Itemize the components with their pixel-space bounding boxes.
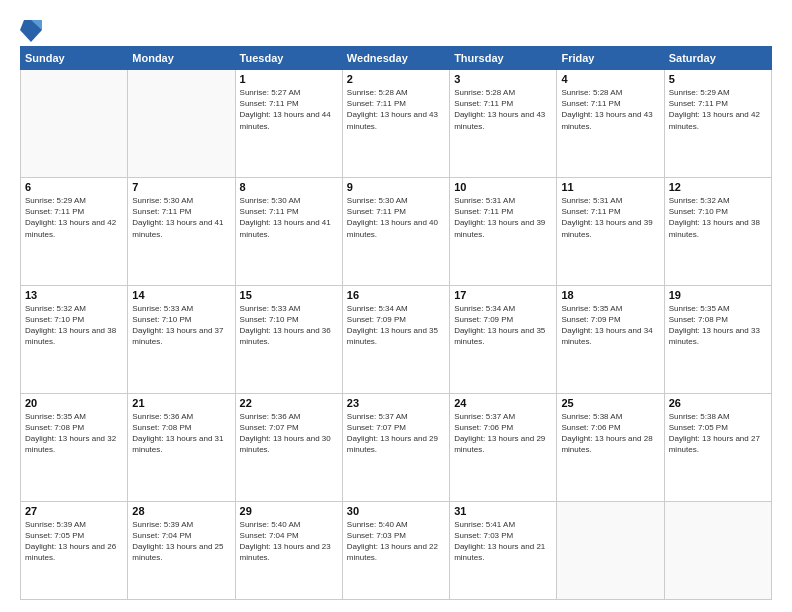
day-info: Sunrise: 5:34 AMSunset: 7:09 PMDaylight:… — [454, 303, 552, 348]
calendar-cell — [21, 70, 128, 178]
day-number: 4 — [561, 73, 659, 85]
day-number: 12 — [669, 181, 767, 193]
day-info: Sunrise: 5:30 AMSunset: 7:11 PMDaylight:… — [347, 195, 445, 240]
day-number: 25 — [561, 397, 659, 409]
day-info: Sunrise: 5:39 AMSunset: 7:04 PMDaylight:… — [132, 519, 230, 564]
calendar-cell: 7Sunrise: 5:30 AMSunset: 7:11 PMDaylight… — [128, 177, 235, 285]
calendar-cell: 4Sunrise: 5:28 AMSunset: 7:11 PMDaylight… — [557, 70, 664, 178]
calendar-cell — [557, 501, 664, 599]
day-number: 8 — [240, 181, 338, 193]
calendar-cell — [128, 70, 235, 178]
calendar-weekday-monday: Monday — [128, 47, 235, 70]
day-info: Sunrise: 5:38 AMSunset: 7:05 PMDaylight:… — [669, 411, 767, 456]
day-info: Sunrise: 5:41 AMSunset: 7:03 PMDaylight:… — [454, 519, 552, 564]
calendar-cell: 22Sunrise: 5:36 AMSunset: 7:07 PMDayligh… — [235, 393, 342, 501]
day-number: 21 — [132, 397, 230, 409]
day-number: 18 — [561, 289, 659, 301]
calendar-week-row-4: 27Sunrise: 5:39 AMSunset: 7:05 PMDayligh… — [21, 501, 772, 599]
calendar-cell: 25Sunrise: 5:38 AMSunset: 7:06 PMDayligh… — [557, 393, 664, 501]
day-info: Sunrise: 5:36 AMSunset: 7:07 PMDaylight:… — [240, 411, 338, 456]
day-number: 11 — [561, 181, 659, 193]
calendar-cell: 24Sunrise: 5:37 AMSunset: 7:06 PMDayligh… — [450, 393, 557, 501]
calendar-cell: 16Sunrise: 5:34 AMSunset: 7:09 PMDayligh… — [342, 285, 449, 393]
day-info: Sunrise: 5:28 AMSunset: 7:11 PMDaylight:… — [347, 87, 445, 132]
day-number: 2 — [347, 73, 445, 85]
calendar-cell: 3Sunrise: 5:28 AMSunset: 7:11 PMDaylight… — [450, 70, 557, 178]
day-number: 9 — [347, 181, 445, 193]
logo — [20, 16, 42, 38]
day-info: Sunrise: 5:34 AMSunset: 7:09 PMDaylight:… — [347, 303, 445, 348]
calendar-table: SundayMondayTuesdayWednesdayThursdayFrid… — [20, 46, 772, 600]
day-info: Sunrise: 5:35 AMSunset: 7:09 PMDaylight:… — [561, 303, 659, 348]
calendar-cell: 17Sunrise: 5:34 AMSunset: 7:09 PMDayligh… — [450, 285, 557, 393]
day-number: 13 — [25, 289, 123, 301]
calendar-cell: 29Sunrise: 5:40 AMSunset: 7:04 PMDayligh… — [235, 501, 342, 599]
day-number: 14 — [132, 289, 230, 301]
day-info: Sunrise: 5:37 AMSunset: 7:07 PMDaylight:… — [347, 411, 445, 456]
day-info: Sunrise: 5:30 AMSunset: 7:11 PMDaylight:… — [132, 195, 230, 240]
day-info: Sunrise: 5:27 AMSunset: 7:11 PMDaylight:… — [240, 87, 338, 132]
calendar-cell: 31Sunrise: 5:41 AMSunset: 7:03 PMDayligh… — [450, 501, 557, 599]
calendar-cell: 26Sunrise: 5:38 AMSunset: 7:05 PMDayligh… — [664, 393, 771, 501]
calendar-cell: 30Sunrise: 5:40 AMSunset: 7:03 PMDayligh… — [342, 501, 449, 599]
calendar-cell: 20Sunrise: 5:35 AMSunset: 7:08 PMDayligh… — [21, 393, 128, 501]
day-info: Sunrise: 5:35 AMSunset: 7:08 PMDaylight:… — [669, 303, 767, 348]
day-number: 30 — [347, 505, 445, 517]
day-info: Sunrise: 5:31 AMSunset: 7:11 PMDaylight:… — [561, 195, 659, 240]
calendar-cell: 5Sunrise: 5:29 AMSunset: 7:11 PMDaylight… — [664, 70, 771, 178]
calendar-weekday-wednesday: Wednesday — [342, 47, 449, 70]
calendar-cell: 13Sunrise: 5:32 AMSunset: 7:10 PMDayligh… — [21, 285, 128, 393]
day-number: 22 — [240, 397, 338, 409]
day-number: 17 — [454, 289, 552, 301]
day-info: Sunrise: 5:39 AMSunset: 7:05 PMDaylight:… — [25, 519, 123, 564]
day-info: Sunrise: 5:32 AMSunset: 7:10 PMDaylight:… — [25, 303, 123, 348]
calendar-cell: 12Sunrise: 5:32 AMSunset: 7:10 PMDayligh… — [664, 177, 771, 285]
calendar-cell: 21Sunrise: 5:36 AMSunset: 7:08 PMDayligh… — [128, 393, 235, 501]
day-number: 23 — [347, 397, 445, 409]
calendar-weekday-sunday: Sunday — [21, 47, 128, 70]
calendar-cell: 9Sunrise: 5:30 AMSunset: 7:11 PMDaylight… — [342, 177, 449, 285]
calendar-cell: 1Sunrise: 5:27 AMSunset: 7:11 PMDaylight… — [235, 70, 342, 178]
day-number: 20 — [25, 397, 123, 409]
day-info: Sunrise: 5:29 AMSunset: 7:11 PMDaylight:… — [25, 195, 123, 240]
day-info: Sunrise: 5:28 AMSunset: 7:11 PMDaylight:… — [454, 87, 552, 132]
day-number: 29 — [240, 505, 338, 517]
calendar-week-row-0: 1Sunrise: 5:27 AMSunset: 7:11 PMDaylight… — [21, 70, 772, 178]
day-info: Sunrise: 5:32 AMSunset: 7:10 PMDaylight:… — [669, 195, 767, 240]
calendar-cell — [664, 501, 771, 599]
day-info: Sunrise: 5:28 AMSunset: 7:11 PMDaylight:… — [561, 87, 659, 132]
calendar-week-row-2: 13Sunrise: 5:32 AMSunset: 7:10 PMDayligh… — [21, 285, 772, 393]
day-number: 26 — [669, 397, 767, 409]
calendar-week-row-3: 20Sunrise: 5:35 AMSunset: 7:08 PMDayligh… — [21, 393, 772, 501]
calendar-cell: 23Sunrise: 5:37 AMSunset: 7:07 PMDayligh… — [342, 393, 449, 501]
day-number: 3 — [454, 73, 552, 85]
day-number: 19 — [669, 289, 767, 301]
calendar-cell: 15Sunrise: 5:33 AMSunset: 7:10 PMDayligh… — [235, 285, 342, 393]
day-info: Sunrise: 5:40 AMSunset: 7:04 PMDaylight:… — [240, 519, 338, 564]
day-number: 7 — [132, 181, 230, 193]
day-info: Sunrise: 5:29 AMSunset: 7:11 PMDaylight:… — [669, 87, 767, 132]
calendar-cell: 2Sunrise: 5:28 AMSunset: 7:11 PMDaylight… — [342, 70, 449, 178]
day-number: 27 — [25, 505, 123, 517]
calendar-weekday-thursday: Thursday — [450, 47, 557, 70]
calendar-cell: 11Sunrise: 5:31 AMSunset: 7:11 PMDayligh… — [557, 177, 664, 285]
day-number: 6 — [25, 181, 123, 193]
day-info: Sunrise: 5:31 AMSunset: 7:11 PMDaylight:… — [454, 195, 552, 240]
calendar-cell: 10Sunrise: 5:31 AMSunset: 7:11 PMDayligh… — [450, 177, 557, 285]
day-info: Sunrise: 5:40 AMSunset: 7:03 PMDaylight:… — [347, 519, 445, 564]
calendar-cell: 19Sunrise: 5:35 AMSunset: 7:08 PMDayligh… — [664, 285, 771, 393]
calendar-header-row: SundayMondayTuesdayWednesdayThursdayFrid… — [21, 47, 772, 70]
day-number: 31 — [454, 505, 552, 517]
calendar-weekday-friday: Friday — [557, 47, 664, 70]
day-number: 16 — [347, 289, 445, 301]
day-info: Sunrise: 5:38 AMSunset: 7:06 PMDaylight:… — [561, 411, 659, 456]
calendar-cell: 8Sunrise: 5:30 AMSunset: 7:11 PMDaylight… — [235, 177, 342, 285]
calendar-cell: 18Sunrise: 5:35 AMSunset: 7:09 PMDayligh… — [557, 285, 664, 393]
day-number: 28 — [132, 505, 230, 517]
day-info: Sunrise: 5:30 AMSunset: 7:11 PMDaylight:… — [240, 195, 338, 240]
logo-icon — [20, 16, 38, 38]
header — [20, 16, 772, 38]
day-info: Sunrise: 5:33 AMSunset: 7:10 PMDaylight:… — [240, 303, 338, 348]
day-info: Sunrise: 5:37 AMSunset: 7:06 PMDaylight:… — [454, 411, 552, 456]
calendar-weekday-tuesday: Tuesday — [235, 47, 342, 70]
